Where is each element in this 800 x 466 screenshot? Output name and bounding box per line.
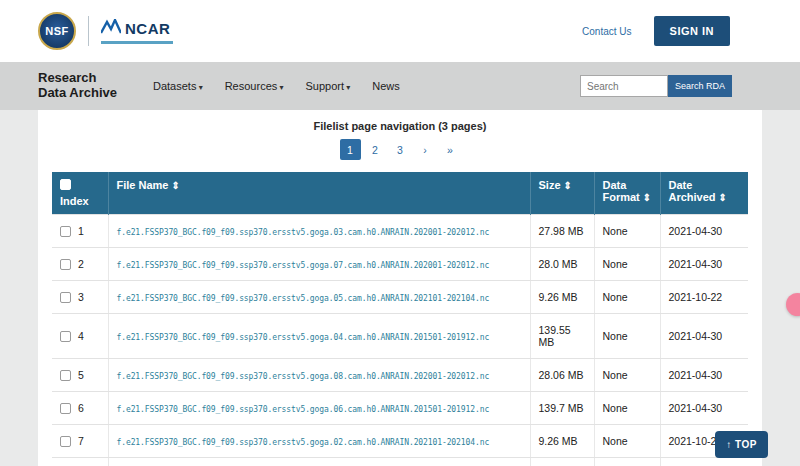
index-cell: 7 [52,425,108,458]
contact-us-link[interactable]: Contact Us [582,26,631,37]
row-checkbox[interactable] [60,436,71,447]
index-cell: 1 [52,215,108,248]
file-name-cell: f.e21.FSSP370_BGC.f09_f09.ssp370.ersstv5… [108,314,530,359]
date-archived-cell: 2021-04-30 [660,314,748,359]
nsf-logo[interactable]: NSF [38,12,76,50]
file-name-cell: f.e21.FSSP370_BGC.f09_f09.ssp370.ersstv5… [108,458,530,466]
ncar-wordmark: NCAR [125,20,170,37]
chevron-down-icon: ▾ [344,83,350,92]
file-link[interactable]: f.e21.FSSP370_BGC.f09_f09.ssp370.ersstv5… [117,405,490,414]
sort-icon[interactable]: ⇕ [171,180,179,191]
table-row: 6f.e21.FSSP370_BGC.f09_f09.ssp370.ersstv… [52,392,748,425]
sort-icon[interactable]: ⇕ [643,192,651,203]
feedback-widget[interactable] [786,293,800,316]
nav-item-support[interactable]: Support ▾ [306,80,351,92]
file-name-cell: f.e21.FSSP370_BGC.f09_f09.ssp370.ersstv5… [108,215,530,248]
ncar-logo[interactable]: NCAR [101,19,173,44]
pagination: 123›» [52,139,748,160]
pagination-next[interactable]: › [415,139,436,160]
row-checkbox[interactable] [60,331,71,342]
size-cell: 9.26 MB [530,281,594,314]
row-checkbox[interactable] [60,370,71,381]
row-index: 5 [78,369,84,381]
table-row: 1f.e21.FSSP370_BGC.f09_f09.ssp370.ersstv… [52,215,748,248]
file-link[interactable]: f.e21.FSSP370_BGC.f09_f09.ssp370.ersstv5… [117,333,490,342]
index-cell: 4 [52,314,108,359]
filelist-card: Filelist page navigation (3 pages) 123›»… [38,110,762,466]
date-archived-cell: 2021-04-30 [660,248,748,281]
pagination-last[interactable]: » [440,139,461,160]
main-content: Filelist page navigation (3 pages) 123›»… [0,110,800,466]
file-link[interactable]: f.e21.FSSP370_BGC.f09_f09.ssp370.ersstv5… [117,228,490,237]
pagination-page-2[interactable]: 2 [365,139,386,160]
row-index: 1 [78,225,84,237]
brand-line-2: Data Archive [38,86,117,101]
table-row: 2f.e21.FSSP370_BGC.f09_f09.ssp370.ersstv… [52,248,748,281]
pagination-title: Filelist page navigation (3 pages) [52,120,748,132]
header-date-archived[interactable]: Date Archived⇕ [660,172,748,215]
data-format-cell: None [594,215,660,248]
brand-title[interactable]: Research Data Archive [38,71,117,101]
search-input[interactable] [580,75,668,97]
brand-line-1: Research [38,71,117,86]
ncar-wave-icon [101,19,121,39]
search-box: Search RDA [580,75,732,97]
file-link[interactable]: f.e21.FSSP370_BGC.f09_f09.ssp370.ersstv5… [117,261,490,270]
header-file-name[interactable]: File Name⇕ [108,172,530,215]
data-format-cell: None [594,314,660,359]
index-cell: 5 [52,359,108,392]
nav-menu: Datasets ▾Resources ▾Support ▾News [153,80,580,92]
row-index: 3 [78,291,84,303]
sort-icon[interactable]: ⇕ [564,180,572,191]
index-cell: 3 [52,281,108,314]
file-name-cell: f.e21.FSSP370_BGC.f09_f09.ssp370.ersstv5… [108,425,530,458]
nav-item-news[interactable]: News [372,80,400,92]
page: NSF NCAR Contact Us SIGN IN Res [0,0,800,466]
data-format-cell: None [594,458,660,466]
table-row: 7f.e21.FSSP370_BGC.f09_f09.ssp370.ersstv… [52,425,748,458]
row-index: 6 [78,402,84,414]
row-checkbox[interactable] [60,292,71,303]
chevron-down-icon: ▾ [277,83,283,92]
size-cell: 27.98 MB [530,215,594,248]
data-format-cell: None [594,425,660,458]
date-archived-cell: 2021-04-30 [660,359,748,392]
header-size[interactable]: Size⇕ [530,172,594,215]
size-cell: 139.55 MB [530,314,594,359]
pagination-page-3[interactable]: 3 [390,139,411,160]
logo-group: NSF NCAR [38,12,173,50]
size-cell: 9.26 MB [530,425,594,458]
date-archived-cell: 2021-04-30 [660,215,748,248]
back-to-top-button[interactable]: ↑ TOP [715,431,768,458]
data-format-cell: None [594,392,660,425]
size-cell: 139.7 MB [530,392,594,425]
top-actions: Contact Us SIGN IN [582,16,730,46]
table-row: 4f.e21.FSSP370_BGC.f09_f09.ssp370.ersstv… [52,314,748,359]
row-checkbox[interactable] [60,226,71,237]
file-link[interactable]: f.e21.FSSP370_BGC.f09_f09.ssp370.ersstv5… [117,294,490,303]
sort-icon[interactable]: ⇕ [719,192,727,203]
nav-item-datasets[interactable]: Datasets ▾ [153,80,203,92]
main-navbar: Research Data Archive Datasets ▾Resource… [0,62,800,110]
date-archived-cell: 2021-04-30 [660,458,748,466]
date-archived-cell: 2021-10-22 [660,281,748,314]
row-checkbox[interactable] [60,259,71,270]
file-link[interactable]: f.e21.FSSP370_BGC.f09_f09.ssp370.ersstv5… [117,438,490,447]
header-index: Index [52,172,108,215]
sign-in-button[interactable]: SIGN IN [654,16,730,46]
index-cell: 6 [52,392,108,425]
data-format-cell: None [594,248,660,281]
pagination-page-1[interactable]: 1 [340,139,361,160]
table-row: 8f.e21.FSSP370_BGC.f09_f09.ssp370.ersstv… [52,458,748,466]
search-rda-button[interactable]: Search RDA [668,75,732,97]
file-link[interactable]: f.e21.FSSP370_BGC.f09_f09.ssp370.ersstv5… [117,372,490,381]
nav-item-resources[interactable]: Resources ▾ [225,80,284,92]
row-checkbox[interactable] [60,403,71,414]
data-format-cell: None [594,359,660,392]
select-all-checkbox[interactable] [60,179,71,190]
ncar-tagline-bar [101,41,173,44]
index-cell: 8 [52,458,108,466]
row-index: 7 [78,435,84,447]
header-data-format[interactable]: Data Format⇕ [594,172,660,215]
table-row: 3f.e21.FSSP370_BGC.f09_f09.ssp370.ersstv… [52,281,748,314]
